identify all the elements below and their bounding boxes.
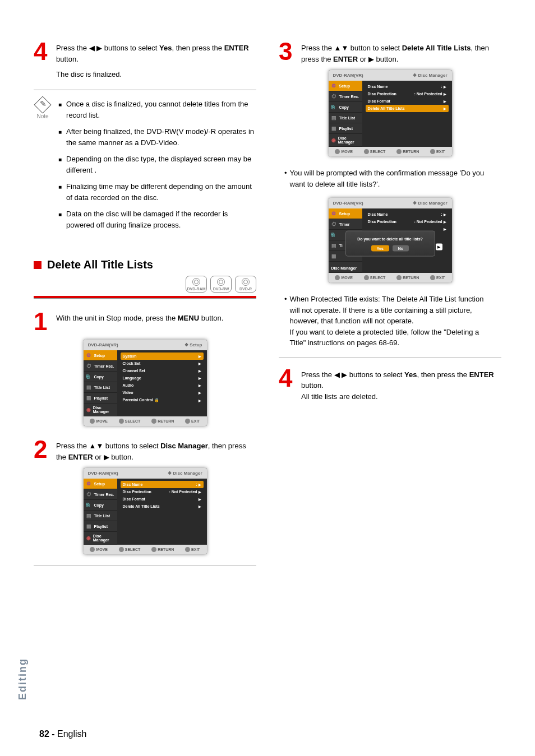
foot-return: RETURN	[396, 149, 419, 154]
foot-return: RETURN	[396, 275, 419, 280]
menu-item: Disc Protection: Not Protected	[366, 90, 449, 98]
dvd-rw-icon: DVD-RW	[210, 276, 232, 293]
divider	[279, 357, 501, 358]
step-text: Press the ◀ ▶ buttons to select Yes, the…	[301, 366, 501, 402]
section-square-icon	[34, 261, 41, 269]
sidebar-item-setup: Setup	[329, 81, 362, 91]
note-item: Data on the disc will be damaged if the …	[58, 208, 256, 230]
foot-move: MOVE	[90, 419, 108, 424]
sidebar-item-setup: Setup	[329, 208, 362, 219]
sidebar-item-titlelist: Title List	[84, 382, 117, 393]
menu-item: Disc Name:	[366, 83, 449, 90]
menu-item: Audio	[121, 382, 204, 389]
osd-confirm-dialog: DVD-RAM(VR)❖ Disc Manager Setup Timer Ti…	[329, 198, 452, 282]
foot-return: RETURN	[151, 547, 174, 552]
menu-item: Language	[121, 374, 204, 382]
section-underline	[34, 296, 256, 298]
page-footer: 82 - English	[39, 729, 87, 739]
sidebar-item-discmanager: Disc Manager	[329, 134, 362, 147]
menu-item: Video	[121, 389, 204, 396]
sidebar-item-discmanager: Disc Manager	[329, 262, 362, 273]
sidebar-item-discmanager: Disc Manager	[84, 403, 117, 416]
dialog-yes-button: Yes	[371, 245, 389, 251]
step-2: 2 Press the ▲▼ buttons to select Disc Ma…	[34, 437, 256, 462]
sidebar-item-copy: Copy	[84, 372, 117, 382]
menu-item: Disc Name:	[366, 211, 449, 218]
menu-item: Disc Protection: Not Protected	[121, 488, 204, 495]
step-text: Press the ◀ ▶ buttons to select Yes, the…	[56, 39, 256, 64]
play-icon: ▶	[436, 243, 442, 250]
foot-select: SELECT	[119, 419, 141, 424]
confirm-dialog: Do you want to delete all title lists? Y…	[345, 230, 435, 256]
step-number: 4	[279, 366, 294, 402]
step-number: 2	[34, 437, 49, 462]
sidebar-item-timer: Timer Rec.	[329, 91, 362, 102]
foot-exit: EXIT	[430, 275, 445, 280]
sidebar-item-playlist: Playlist	[329, 123, 362, 134]
dvd-ram-icon: DVD-RAM	[186, 276, 207, 293]
dialog-no-button: No	[393, 245, 409, 251]
menu-item: Delete All Title Lists	[121, 503, 204, 510]
sidebar-item-timer: Timer Rec.	[84, 489, 117, 500]
foot-select: SELECT	[364, 149, 386, 154]
sidebar-item-copy: Copy	[84, 500, 117, 511]
side-tab-editing: Editing	[17, 658, 29, 700]
confirmation-text: You will be prompted with the confirmati…	[284, 168, 496, 189]
divider	[34, 565, 256, 566]
step-3: 3 Press the ▲▼ button to select Delete A…	[279, 39, 501, 64]
osd-setup-menu: DVD-RAM(VR)❖ Setup Setup Timer Rec. Copy…	[84, 340, 207, 426]
step-text: With the unit in Stop mode, press the ME…	[56, 309, 223, 334]
foot-select: SELECT	[364, 275, 386, 280]
menu-item: Channel Set	[121, 367, 204, 374]
page-lang: English	[57, 729, 86, 739]
menu-item: System	[121, 353, 204, 360]
page-number: 82 -	[39, 729, 55, 739]
sidebar-item-titlelist: Title List	[329, 113, 362, 123]
step-text: Press the ▲▼ buttons to select Disc Mana…	[56, 437, 256, 462]
menu-item: Disc Format	[121, 495, 204, 503]
step-number: 4	[34, 39, 49, 64]
section-title: Delete All Title Lists	[47, 258, 153, 271]
note-item: After being finalized, the DVD-RW(V mode…	[58, 126, 256, 148]
osd-delete-all: DVD-RAM(VR)❖ Disc Manager Setup Timer Re…	[329, 70, 452, 156]
step-1: 1 With the unit in Stop mode, press the …	[34, 309, 256, 334]
sidebar-item-timer: Timer	[329, 219, 362, 230]
sidebar-item-setup: Setup	[84, 479, 117, 489]
note-item: Finalizing time may be different dependi…	[58, 181, 256, 203]
foot-exit: EXIT	[430, 149, 445, 154]
step-4-left: 4 Press the ◀ ▶ buttons to select Yes, t…	[34, 39, 256, 64]
menu-item: Disc Protection: Not Protected	[366, 218, 449, 225]
foot-move: MOVE	[335, 275, 353, 280]
foot-select: SELECT	[119, 547, 141, 552]
sidebar-item-copy: Copy	[329, 102, 362, 113]
menu-item: Disc Name:	[121, 481, 204, 488]
note-item: Once a disc is finalized, you cannot del…	[58, 99, 256, 120]
note-icon	[34, 96, 51, 113]
foot-move: MOVE	[90, 547, 108, 552]
note-block: Note Once a disc is finalized, you canno…	[34, 90, 256, 236]
step-number: 3	[279, 39, 294, 64]
sidebar-item-setup: Setup	[84, 350, 117, 361]
osd-disc-manager: DVD-RAM(VR)❖ Disc Manager Setup Timer Re…	[84, 468, 207, 554]
menu-item: Parental Control	[121, 396, 204, 404]
dvd-r-icon: DVD-R	[235, 276, 256, 293]
step-4-right: 4 Press the ◀ ▶ buttons to select Yes, t…	[279, 366, 501, 402]
note-item: Depending on the disc type, the displaye…	[58, 154, 256, 175]
dialog-message: Do you want to delete all title lists?	[353, 236, 428, 240]
menu-item: Clock Set	[121, 360, 204, 367]
sidebar-item-timer: Timer Rec.	[84, 361, 117, 372]
step-text: Press the ▲▼ button to select Delete All…	[301, 39, 501, 64]
note-list: Once a disc is finalized, you cannot del…	[58, 99, 256, 236]
section-header: Delete All Title Lists	[34, 258, 256, 271]
sidebar-item-discmanager: Disc Manager	[84, 532, 117, 545]
sidebar-item-titlelist: Title List	[84, 511, 117, 521]
disc-badges: DVD-RAM DVD-RW DVD-R	[34, 276, 256, 293]
step-number: 1	[34, 309, 49, 334]
foot-return: RETURN	[151, 419, 174, 424]
menu-item-selected: Delete All Title Lists	[366, 105, 449, 112]
sidebar-item-playlist: Playlist	[84, 393, 117, 403]
foot-exit: EXIT	[185, 547, 200, 552]
foot-exit: EXIT	[185, 419, 200, 424]
step-sub: The disc is finalized.	[56, 70, 256, 78]
note-label: Note	[34, 113, 52, 119]
